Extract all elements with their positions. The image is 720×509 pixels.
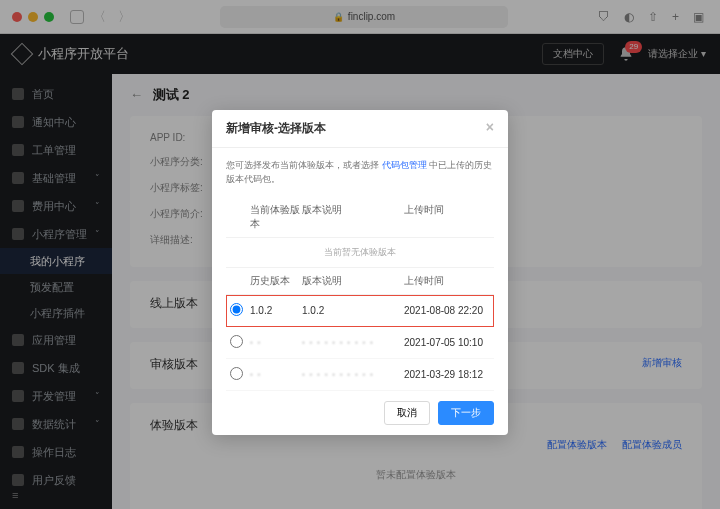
version-radio[interactable] [230,303,243,316]
close-icon[interactable]: × [486,120,494,137]
code-package-manage-link[interactable]: 代码包管理 [382,160,427,170]
version-row[interactable]: · ·· · · · · · · · · ·2021-03-29 18:12 [226,359,494,391]
version-row[interactable]: 1.0.21.0.22021-08-08 22:20 [226,295,494,327]
next-button[interactable]: 下一步 [438,401,494,425]
cancel-button[interactable]: 取消 [384,401,430,425]
version-radio[interactable] [230,335,243,348]
current-version-header: 当前体验版本 版本说明 上传时间 [226,197,494,238]
current-version-empty: 当前暂无体验版本 [226,238,494,268]
version-row[interactable]: · ·· · · · · · · · · ·2021-07-05 10:10 [226,327,494,359]
modal-tip: 您可选择发布当前体验版本，或者选择 代码包管理 中已上传的历史版本代码包。 [226,158,494,187]
modal-title: 新增审核-选择版本 [226,120,326,137]
version-radio[interactable] [230,367,243,380]
history-version-header: 历史版本 版本说明 上传时间 [226,268,494,295]
modal-overlay: 新增审核-选择版本 × 您可选择发布当前体验版本，或者选择 代码包管理 中已上传… [0,0,720,509]
select-version-modal: 新增审核-选择版本 × 您可选择发布当前体验版本，或者选择 代码包管理 中已上传… [212,110,508,435]
